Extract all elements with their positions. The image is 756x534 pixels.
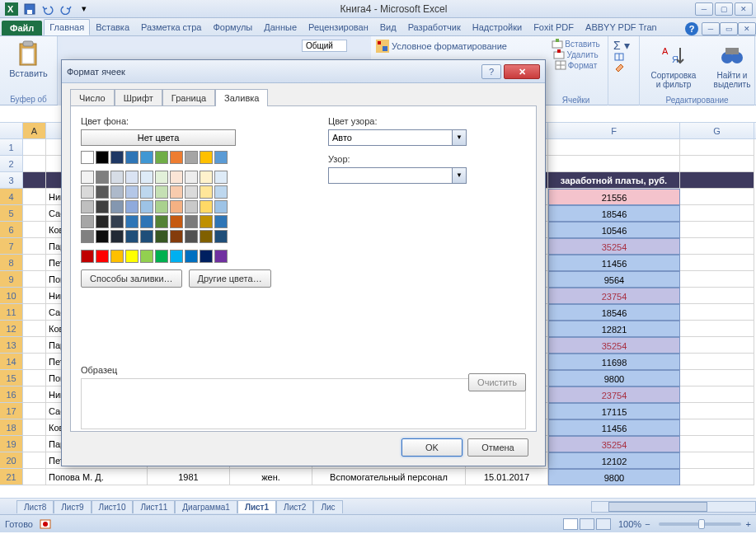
row-header[interactable]: 15 bbox=[0, 370, 23, 386]
color-swatch[interactable] bbox=[200, 230, 213, 243]
color-swatch[interactable] bbox=[155, 250, 168, 263]
ribbon-tab-7[interactable]: Разработчик bbox=[402, 19, 467, 35]
color-swatch[interactable] bbox=[110, 185, 124, 199]
zoom-out-button[interactable]: − bbox=[645, 519, 650, 529]
redo-icon[interactable] bbox=[58, 2, 74, 16]
select-all-corner[interactable] bbox=[0, 123, 23, 138]
help-icon[interactable]: ? bbox=[685, 22, 698, 35]
excel-icon[interactable]: X bbox=[3, 2, 20, 16]
ribbon-tab-3[interactable]: Формулы bbox=[207, 19, 258, 35]
cell[interactable]: 23754 bbox=[548, 386, 680, 403]
cell[interactable] bbox=[680, 452, 754, 469]
color-swatch[interactable] bbox=[110, 230, 124, 243]
cell[interactable] bbox=[23, 156, 46, 172]
cell[interactable] bbox=[23, 222, 46, 238]
color-swatch[interactable] bbox=[110, 215, 124, 228]
col-header-a[interactable]: A bbox=[23, 123, 46, 138]
cell[interactable]: заработной платы, руб. bbox=[548, 172, 680, 189]
color-swatch[interactable] bbox=[81, 250, 94, 263]
color-swatch[interactable] bbox=[125, 171, 139, 184]
ribbon-tab-2[interactable]: Разметка стра bbox=[135, 19, 207, 35]
col-header-f[interactable]: F bbox=[548, 123, 680, 138]
ribbon-tab-8[interactable]: Надстройки bbox=[467, 19, 528, 35]
zoom-in-button[interactable]: + bbox=[746, 519, 751, 529]
cell[interactable] bbox=[548, 139, 680, 156]
color-swatch[interactable] bbox=[170, 200, 183, 213]
color-swatch[interactable] bbox=[170, 171, 183, 184]
row-header[interactable]: 20 bbox=[0, 452, 23, 469]
cell[interactable] bbox=[23, 205, 46, 222]
clear-icon[interactable] bbox=[613, 62, 625, 72]
cell[interactable] bbox=[23, 189, 46, 205]
color-swatch[interactable] bbox=[170, 215, 183, 228]
ribbon-tab-5[interactable]: Рецензирован bbox=[303, 19, 374, 35]
color-swatch[interactable] bbox=[140, 185, 153, 199]
cell[interactable] bbox=[23, 452, 46, 469]
color-swatch[interactable] bbox=[110, 151, 124, 164]
cell[interactable] bbox=[680, 370, 754, 386]
color-swatch[interactable] bbox=[185, 250, 198, 263]
cell[interactable] bbox=[23, 321, 46, 337]
doc-restore-icon[interactable]: ▭ bbox=[720, 22, 738, 35]
cell[interactable]: 18546 bbox=[548, 205, 680, 222]
ribbon-minimize-icon[interactable]: ─ bbox=[702, 22, 720, 35]
sheet-tab[interactable]: Лист11 bbox=[133, 500, 175, 513]
cell[interactable] bbox=[680, 403, 754, 419]
cell[interactable]: Вспомогательный персонал bbox=[312, 469, 466, 485]
color-swatch[interactable] bbox=[155, 171, 168, 184]
dialog-tab-Заливка[interactable]: Заливка bbox=[215, 89, 268, 106]
color-swatch[interactable] bbox=[214, 250, 228, 263]
minimize-button[interactable]: ─ bbox=[695, 2, 713, 16]
insert-cells-button[interactable]: Вставить bbox=[552, 39, 599, 49]
ribbon-tab-10[interactable]: ABBYY PDF Tran bbox=[580, 19, 663, 35]
close-button[interactable]: ✕ bbox=[735, 2, 753, 16]
color-swatch[interactable] bbox=[185, 185, 198, 199]
color-swatch[interactable] bbox=[200, 171, 213, 184]
ribbon-tab-4[interactable]: Данные bbox=[258, 19, 303, 35]
no-color-button[interactable]: Нет цвета bbox=[81, 129, 236, 146]
color-swatch[interactable] bbox=[214, 230, 228, 243]
cell[interactable] bbox=[680, 436, 754, 452]
view-normal-icon[interactable] bbox=[563, 518, 578, 530]
sheet-tab[interactable]: Лист2 bbox=[276, 500, 313, 513]
color-swatch[interactable] bbox=[140, 230, 153, 243]
cell[interactable] bbox=[23, 469, 46, 485]
color-swatch[interactable] bbox=[200, 215, 213, 228]
cell[interactable] bbox=[680, 238, 754, 255]
cell[interactable] bbox=[680, 189, 754, 205]
cell[interactable] bbox=[680, 222, 754, 238]
format-cells-button[interactable]: Формат bbox=[555, 60, 598, 70]
cell[interactable] bbox=[680, 172, 754, 189]
color-swatch[interactable] bbox=[155, 230, 168, 243]
row-header[interactable]: 8 bbox=[0, 255, 23, 271]
cancel-button[interactable]: Отмена bbox=[467, 438, 528, 457]
color-swatch[interactable] bbox=[185, 151, 198, 164]
cell[interactable]: 23754 bbox=[548, 288, 680, 304]
cell[interactable] bbox=[23, 419, 46, 436]
color-swatch[interactable] bbox=[170, 230, 183, 243]
color-swatch[interactable] bbox=[96, 185, 109, 199]
color-swatch[interactable] bbox=[81, 200, 94, 213]
color-swatch[interactable] bbox=[110, 171, 124, 184]
cell[interactable] bbox=[23, 238, 46, 255]
cell[interactable]: 12102 bbox=[548, 452, 680, 469]
row-header[interactable]: 11 bbox=[0, 304, 23, 321]
cell[interactable] bbox=[23, 271, 46, 288]
row-header[interactable]: 9 bbox=[0, 271, 23, 288]
sheet-tab[interactable]: Лист8 bbox=[16, 500, 54, 513]
view-pagebreak-icon[interactable] bbox=[596, 518, 611, 530]
save-icon[interactable] bbox=[21, 2, 38, 16]
macro-record-icon[interactable] bbox=[40, 518, 53, 530]
sheet-tab[interactable]: Лис bbox=[313, 500, 342, 513]
row-header[interactable]: 4 bbox=[0, 189, 23, 205]
color-swatch[interactable] bbox=[125, 200, 139, 213]
cell[interactable]: 12821 bbox=[548, 321, 680, 337]
color-swatch[interactable] bbox=[81, 171, 94, 184]
cell[interactable] bbox=[548, 156, 680, 172]
color-swatch[interactable] bbox=[125, 151, 139, 164]
cell[interactable] bbox=[680, 156, 754, 172]
color-swatch[interactable] bbox=[81, 185, 94, 199]
conditional-formatting-button[interactable]: Условное форматирование bbox=[392, 41, 507, 51]
color-swatch[interactable] bbox=[155, 185, 168, 199]
color-swatch[interactable] bbox=[185, 230, 198, 243]
